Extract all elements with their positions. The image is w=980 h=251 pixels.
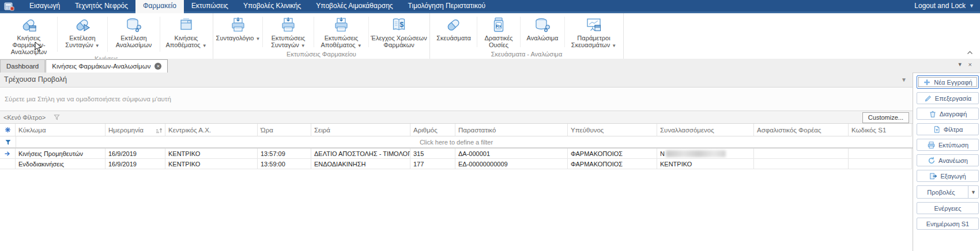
empty-filter-label[interactable]: <Κενό Φίλτρο>: [3, 114, 46, 121]
close-document-icon[interactable]: ×: [968, 62, 972, 68]
ribbon-button[interactable]: $ Έλεγχος Χρεώσεων Φαρμάκων: [370, 13, 428, 51]
tab-strip-controls: ▼ ×: [958, 62, 972, 68]
menu-item-2[interactable]: Φαρμακείο: [135, 0, 184, 13]
column-header[interactable]: Ώρα: [258, 124, 311, 136]
table-cell: 315: [410, 149, 455, 159]
chevron-down-icon: ▼: [612, 43, 616, 48]
menu-item-0[interactable]: Εισαγωγή: [22, 0, 67, 13]
sidebar-button-7[interactable]: Προβολές ▼: [917, 185, 979, 199]
spool-icon: [125, 15, 143, 35]
table-cell: 16/9/2019: [105, 159, 165, 169]
table-cell: ΚΕΝΤΡΙΚΟ: [657, 159, 754, 169]
menu-item-5[interactable]: Υποβολές Αιμοκάθαρσης: [308, 0, 400, 13]
sidebar-button-8[interactable]: Ενέργειες: [917, 202, 979, 214]
table-cell: [754, 159, 849, 169]
column-header[interactable]: Υπεύθυνος: [568, 124, 657, 136]
pill-icon: [444, 15, 463, 35]
menu-item-3[interactable]: Εκτυπώσεις: [184, 0, 236, 13]
ribbon-separator: [107, 17, 108, 52]
ribbon-button[interactable]: Εκτυπώσεις Αποθέματος ▼: [315, 13, 368, 51]
column-header[interactable]: Σειρά: [311, 124, 410, 136]
sidebar-button-6[interactable]: Εξαγωγή: [917, 170, 979, 182]
document-tabs: Dashboard Κινήσεις Φαρμάκων-Αναλωσίμων ×: [0, 59, 168, 73]
table-cell: ΔΑ-000001: [455, 149, 568, 159]
sidebar-button-2[interactable]: Διαγραφή: [917, 108, 979, 120]
column-header[interactable]: Κύκλωμα: [16, 124, 105, 136]
table-cell: 177: [410, 159, 455, 169]
group-by-panel[interactable]: Σύρετε μια Στήλη για να ομαδοποιήσετε σύ…: [0, 88, 913, 111]
sidebar-button-3[interactable]: Φίλτρα: [917, 123, 979, 135]
column-header[interactable]: Κωδικός S1: [849, 124, 912, 136]
column-header[interactable]: Αριθμός: [410, 124, 455, 136]
sidebar-button-0[interactable]: Νέα Εγγραφή: [917, 75, 979, 89]
sidebar-button-1[interactable]: Επεξεργασία: [917, 92, 979, 104]
sort-ascending-icon: [156, 127, 163, 135]
refresh-icon: [928, 157, 936, 165]
grid-selector-header[interactable]: [0, 124, 16, 136]
tab-close-icon[interactable]: ×: [154, 63, 161, 70]
table-row[interactable]: Ενδοδιακινήσεις16/9/2019ΚΕΝΤΡΙΚΟ13:59:00…: [0, 159, 913, 169]
printer-icon: [229, 15, 247, 35]
ribbon-group-label: Εκτυπώσεις Φαρμακείου: [214, 51, 428, 59]
collapse-ribbon-icon[interactable]: [967, 47, 973, 57]
table-cell: [849, 159, 912, 169]
document-tab-1[interactable]: Κινήσεις Φαρμάκων-Αναλωσίμων ×: [46, 59, 168, 73]
column-header[interactable]: Κεντρικός Α.Χ.: [165, 124, 258, 136]
box-icon: [177, 15, 195, 35]
table-cell: 16/9/2019: [105, 149, 165, 159]
menu-item-1[interactable]: Τεχνητός Νεφρός: [67, 0, 135, 13]
action-sidebar: Νέα Εγγραφή Επεξεργασία Διαγραφή Φίλτρα …: [917, 73, 979, 230]
table-cell: ΚΕΝΤΡΙΚΟ: [165, 149, 258, 159]
title-bar: ΕισαγωγήΤεχνητός ΝεφρόςΦαρμακείοΕκτυπώσε…: [0, 0, 980, 13]
ribbon-button[interactable]: Συνταγολόγιο ▼: [214, 13, 262, 51]
data-grid: Κύκλωμα Ημερομηνία Κεντρικός Α.Χ. Ώρα Σε…: [0, 124, 913, 169]
ribbon-button[interactable]: Σκευάσματα: [431, 13, 476, 51]
menu-item-4[interactable]: Υποβολές Κλινικής: [236, 0, 308, 13]
ribbon-group-1: Συνταγολόγιο ▼ Εκτυπώσεις Συνταγών ▼ Εκτ…: [213, 13, 430, 59]
current-view-bar[interactable]: Τρέχουσα Προβολή ▼: [0, 73, 913, 88]
row-selector[interactable]: [0, 149, 16, 159]
ribbon-button[interactable]: Εκτέλεση Αναλωσίμων: [108, 13, 159, 55]
column-header[interactable]: Συναλλασσόμενος: [657, 124, 754, 136]
document-tab-strip: Dashboard Κινήσεις Φαρμάκων-Αναλωσίμων ×…: [0, 59, 980, 73]
row-selector[interactable]: [0, 159, 16, 169]
ribbon-button[interactable]: Κινήσεις Φαρμάκων-Αναλωσίμων: [1, 13, 56, 55]
define-filter-row[interactable]: Click here to define a filter: [0, 136, 913, 149]
ribbon-button[interactable]: Αναλώσιμα: [521, 13, 564, 51]
sidebar-button-5[interactable]: Ανανέωση: [917, 154, 979, 166]
ribbon-separator: [314, 17, 314, 47]
ribbon-button[interactable]: Rx Δραστικές Ουσίες: [478, 13, 519, 51]
ribbon-button[interactable]: Κινήσεις Αποθέματος ▼: [161, 13, 212, 55]
filter-funnel-gray-icon[interactable]: [54, 114, 60, 120]
customize-button[interactable]: Customize...: [862, 112, 909, 123]
logout-label: Logout and Lock: [914, 0, 966, 12]
ribbon-separator: [57, 17, 58, 52]
menu-item-6[interactable]: Τιμολόγηση Περιστατικού: [401, 0, 493, 13]
ribbon-separator: [520, 17, 521, 47]
ribbon-toolbar: Κινήσεις Φαρμάκων-Αναλωσίμων Εκτέλεση Συ…: [0, 13, 980, 59]
column-header[interactable]: Ημερομηνία: [105, 124, 165, 136]
view-dropdown-icon[interactable]: ▼: [901, 73, 907, 87]
table-row[interactable]: Κινήσεις Προμηθευτών16/9/2019ΚΕΝΤΡΙΚΟ13:…: [0, 149, 913, 159]
ribbon-separator: [368, 17, 369, 47]
ribbon-button[interactable]: Εκτυπώσεις Συνταγών ▼: [263, 13, 313, 51]
tab-list-chevron-icon[interactable]: ▼: [958, 62, 963, 68]
define-filter-label[interactable]: Click here to define a filter: [0, 136, 913, 148]
chevron-down-icon: ▼: [301, 43, 306, 48]
ribbon-button[interactable]: Εκτέλεση Συνταγών ▼: [58, 13, 107, 55]
chevron-down-icon: ▼: [95, 43, 100, 48]
group-by-hint: Σύρετε μια Στήλη για να ομαδοποιήσετε σύ…: [5, 96, 171, 102]
column-header[interactable]: Ασφαλιστικός Φορέας: [754, 124, 849, 136]
chevron-down-icon[interactable]: ▼: [968, 186, 978, 198]
sidebar-button-9[interactable]: Ενημέρωση S1: [917, 218, 979, 230]
logout-button[interactable]: Logout and Lock ▼: [914, 0, 974, 12]
column-header[interactable]: Παραστατικό: [455, 124, 568, 136]
ribbon-separator: [160, 17, 160, 52]
printer-icon: [332, 15, 350, 35]
table-cell: Ν: [657, 149, 754, 159]
ribbon-button[interactable]: Παράμετροι Σκευασμάτων ▼: [566, 13, 622, 51]
arrow-right-icon: [4, 150, 11, 157]
sidebar-button-4[interactable]: Εκτύπωση: [917, 139, 979, 151]
document-tab-0[interactable]: Dashboard: [0, 59, 45, 73]
redacted-value: [666, 150, 726, 157]
